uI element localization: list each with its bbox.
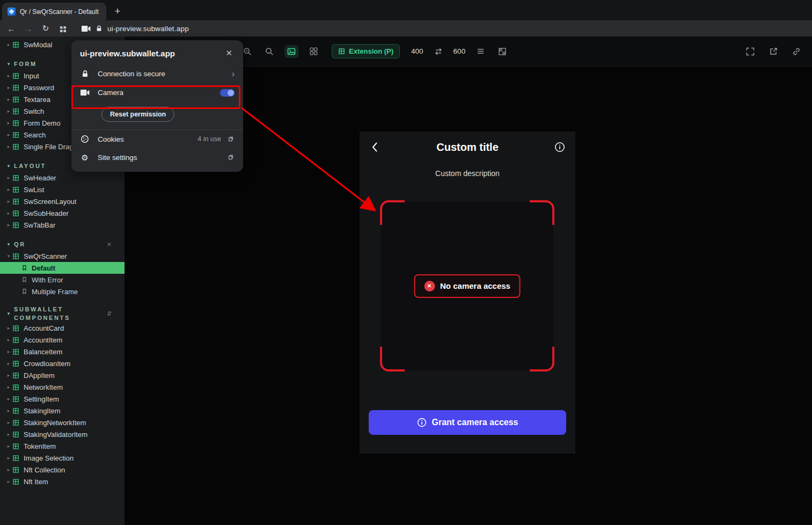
sidebar-item-accountcard[interactable]: ▸AccountCard — [0, 322, 125, 334]
component-icon — [12, 478, 20, 485]
component-label: Form Demo — [24, 119, 61, 127]
camera-indicator-icon[interactable] — [82, 25, 91, 32]
component-label: Input — [24, 72, 39, 80]
chevron-right-icon: › — [232, 69, 235, 79]
cookies-row[interactable]: Cookies 4 in use — [71, 130, 243, 148]
component-label: SwHeader — [24, 174, 56, 182]
forward-button[interactable]: → — [23, 24, 34, 33]
grant-camera-access-button[interactable]: Grant camera access — [369, 410, 566, 435]
background-image-icon[interactable] — [284, 45, 298, 58]
sidebar-item-accountitem[interactable]: ▸AccountItem — [0, 334, 125, 346]
browser-tabbar: Qr / SwQrScanner - Default · S + — [0, 0, 812, 20]
open-external-icon[interactable] — [766, 45, 780, 58]
url-text[interactable]: ui-preview.subwallet.app — [107, 25, 189, 33]
component-icon — [12, 466, 20, 473]
chevron-right-icon: ▸ — [5, 337, 12, 342]
address-bar[interactable]: ui-preview.subwallet.app — [82, 25, 189, 33]
sidebar-item-image-selection[interactable]: ▸Image Selection — [0, 452, 125, 464]
sidebar-item-stakingvalidatoritem[interactable]: ▸StakingValidatorItem — [0, 428, 125, 440]
swap-dimensions-icon[interactable] — [431, 45, 445, 58]
frame-corner-icon — [530, 347, 554, 371]
sidebar-item-stakingitem[interactable]: ▸StakingItem — [0, 405, 125, 417]
sidebar-section-subwallet-components[interactable]: ▾SUBWALLET COMPONENTS⇵ — [0, 305, 125, 322]
grid-toggle-icon[interactable] — [306, 45, 320, 58]
section-title: SUBWALLET COMPONENTS — [14, 305, 94, 322]
error-x-icon: ✕ — [424, 281, 435, 291]
component-icon — [12, 174, 20, 181]
component-icon — [12, 131, 20, 138]
sidebar-item-crowdloanitem[interactable]: ▸CrowdloanItem — [0, 358, 125, 369]
chevron-right-icon: ▸ — [5, 73, 12, 78]
close-icon[interactable]: ✕ — [107, 241, 112, 248]
sidebar-item-swheader[interactable]: ▸SwHeader — [0, 172, 125, 184]
cookie-icon — [80, 135, 90, 143]
preview-mode-select[interactable]: Extension (P) — [332, 44, 400, 59]
new-tab-button[interactable]: + — [111, 4, 125, 18]
toolbar-right-group — [743, 45, 812, 58]
component-label: DAppItem — [24, 371, 55, 380]
component-icon — [12, 198, 20, 205]
sidebar-item-balanceitem[interactable]: ▸BalanceItem — [0, 346, 125, 358]
frame-corner-icon — [530, 200, 554, 225]
sidebar-item-stakingnetworkitem[interactable]: ▸StakingNetworkItem — [0, 417, 125, 428]
component-icon — [12, 371, 20, 379]
chevron-down-icon: ▾ — [5, 163, 12, 169]
copy-link-icon[interactable] — [789, 45, 803, 58]
reload-button[interactable]: ↻ — [40, 24, 52, 33]
sidebar-item-networkitem[interactable]: ▸NetworkItem — [0, 381, 125, 393]
variant-multiple-frame[interactable]: Multiple Frame — [0, 286, 125, 297]
site-settings-row[interactable]: ⚙ Site settings — [71, 148, 243, 166]
sort-icon[interactable]: ⇵ — [107, 310, 112, 317]
sidebar-item-swscreenlayout[interactable]: ▸SwScreenLayout — [0, 195, 125, 207]
sidebar-item-swqrscanner[interactable]: ▾SwQrScanner — [0, 250, 125, 262]
gear-icon: ⚙ — [80, 154, 90, 162]
cookies-label: Cookies — [98, 135, 124, 143]
variant-default[interactable]: Default — [0, 262, 125, 274]
component-label: SwTabBar — [24, 221, 55, 229]
info-circle-icon[interactable] — [554, 142, 565, 155]
browser-tab[interactable]: Qr / SwQrScanner - Default · S — [2, 3, 106, 20]
fullscreen-icon[interactable] — [743, 45, 757, 58]
sidebar-item-tokenitem[interactable]: ▸TokenItem — [0, 440, 125, 452]
back-button[interactable]: ← — [5, 24, 17, 33]
back-chevron-icon[interactable] — [371, 142, 379, 152]
extension-grid-icon — [338, 48, 345, 55]
rows-layout-icon[interactable] — [473, 45, 487, 58]
sidebar-item-dappitem[interactable]: ▸DAppItem — [0, 369, 125, 381]
no-camera-access-label: No camera access — [440, 281, 510, 290]
chevron-down-icon: ▾ — [5, 311, 12, 316]
sidebar-item-settingitem[interactable]: ▸SettingItem — [0, 393, 125, 405]
viewport-height-value[interactable]: 600 — [453, 47, 466, 55]
open-panel-icon — [227, 154, 235, 161]
sidebar-item-swlist[interactable]: ▸SwList — [0, 184, 125, 195]
chevron-right-icon: ▸ — [5, 467, 12, 472]
component-label: StakingNetworkItem — [24, 419, 86, 427]
close-icon[interactable]: ✕ — [223, 47, 235, 59]
connection-secure-row[interactable]: Connection is secure › — [71, 64, 243, 83]
grant-button-label: Grant camera access — [432, 418, 518, 427]
lock-icon[interactable] — [96, 25, 103, 32]
zoom-search-icon[interactable] — [262, 45, 276, 58]
chevron-right-icon: ▸ — [5, 187, 12, 192]
variant-with-error[interactable]: With Error — [0, 274, 125, 286]
reset-permission-button[interactable]: Reset permission — [101, 107, 174, 122]
no-camera-access-badge: ✕ No camera access — [414, 274, 521, 298]
sidebar-item-swsubheader[interactable]: ▸SwSubHeader — [0, 207, 125, 219]
browser-toolbar: ← → ↻ ui-preview.subwallet.app — [0, 20, 812, 37]
component-icon — [12, 383, 20, 391]
checkerboard-icon[interactable] — [495, 45, 509, 58]
component-icon — [12, 336, 20, 344]
component-label: Search — [24, 131, 46, 139]
component-label: SwScreenLayout — [24, 198, 76, 206]
tab-grid-icon[interactable] — [57, 24, 69, 33]
chevron-right-icon: ▸ — [5, 108, 12, 114]
component-icon — [12, 143, 20, 150]
sidebar-section-qr[interactable]: ▾QR✕ — [0, 238, 125, 250]
chevron-right-icon: ▸ — [5, 144, 12, 149]
sidebar-item-swtabbar[interactable]: ▸SwTabBar — [0, 219, 125, 231]
sidebar-item-nft-collection[interactable]: ▸Nft Collection — [0, 464, 125, 476]
chevron-down-icon: ▾ — [5, 253, 12, 259]
sidebar-item-nft-item[interactable]: ▸Nft Item — [0, 476, 125, 487]
viewport-width-value[interactable]: 400 — [411, 47, 423, 55]
component-label: Nft Item — [24, 478, 48, 486]
